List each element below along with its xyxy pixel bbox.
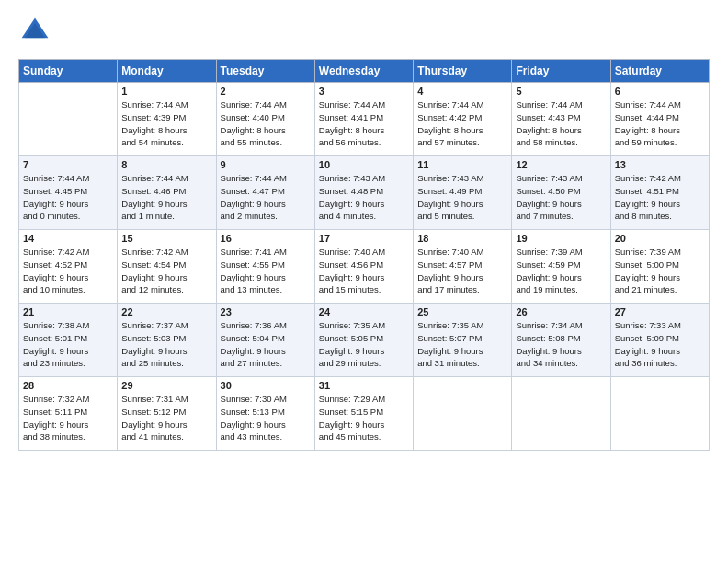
day-info-line: Daylight: 9 hours <box>221 419 311 431</box>
day-info-line: Sunset: 4:47 PM <box>221 185 311 198</box>
day-info-line: Daylight: 9 hours <box>121 271 211 284</box>
calendar-cell: 22Sunrise: 7:37 AMSunset: 5:03 PMDayligh… <box>118 304 216 377</box>
day-info-line: Sunrise: 7:33 AM <box>615 319 705 332</box>
day-info-line: Sunset: 4:42 PM <box>417 111 507 124</box>
day-info-line: Daylight: 9 hours <box>516 345 606 358</box>
day-info: Sunrise: 7:43 AMSunset: 4:49 PMDaylight:… <box>417 172 507 223</box>
page-container: SundayMondayTuesdayWednesdayThursdayFrid… <box>0 0 728 460</box>
day-number: 16 <box>221 233 311 244</box>
day-info-line: Daylight: 9 hours <box>23 419 113 431</box>
day-info-line: and 41 minutes. <box>121 431 211 443</box>
day-info-line: Sunset: 4:39 PM <box>121 111 211 124</box>
day-info: Sunrise: 7:29 AMSunset: 5:15 PMDaylight:… <box>319 393 409 443</box>
day-info-line: Sunrise: 7:42 AM <box>23 246 113 259</box>
calendar-cell: 2Sunrise: 7:44 AMSunset: 4:40 PMDaylight… <box>216 83 314 156</box>
week-row-5: 28Sunrise: 7:32 AMSunset: 5:11 PMDayligh… <box>19 377 710 451</box>
calendar-cell <box>19 83 118 156</box>
calendar-cell: 31Sunrise: 7:29 AMSunset: 5:15 PMDayligh… <box>314 377 413 451</box>
calendar-cell: 24Sunrise: 7:35 AMSunset: 5:05 PMDayligh… <box>314 304 413 377</box>
day-info: Sunrise: 7:39 AMSunset: 5:00 PMDaylight:… <box>615 246 705 296</box>
day-info-line: and 59 minutes. <box>615 136 705 149</box>
day-info: Sunrise: 7:44 AMSunset: 4:39 PMDaylight:… <box>121 98 211 149</box>
day-info-line: and 8 minutes. <box>615 210 705 223</box>
day-info-line: and 29 minutes. <box>319 357 409 370</box>
day-info-line: Daylight: 8 hours <box>516 124 606 137</box>
day-number: 9 <box>221 159 311 170</box>
week-row-1: 1Sunrise: 7:44 AMSunset: 4:39 PMDaylight… <box>19 83 710 156</box>
day-info-line: Daylight: 9 hours <box>319 419 409 431</box>
day-info: Sunrise: 7:36 AMSunset: 5:04 PMDaylight:… <box>221 319 311 370</box>
day-info-line: Sunset: 5:00 PM <box>615 259 705 271</box>
day-info-line: Sunset: 4:45 PM <box>23 185 113 198</box>
header-row: SundayMondayTuesdayWednesdayThursdayFrid… <box>19 60 710 83</box>
day-info: Sunrise: 7:33 AMSunset: 5:09 PMDaylight:… <box>615 319 705 370</box>
calendar-cell: 28Sunrise: 7:32 AMSunset: 5:11 PMDayligh… <box>19 377 118 451</box>
day-info-line: Daylight: 9 hours <box>23 198 113 211</box>
day-info-line: and 0 minutes. <box>23 210 113 223</box>
day-info-line: Sunset: 4:52 PM <box>23 259 113 271</box>
day-info-line: Daylight: 9 hours <box>23 271 113 284</box>
col-header-tuesday: Tuesday <box>216 60 314 83</box>
day-info-line: Sunrise: 7:35 AM <box>417 319 507 332</box>
day-info-line: Sunrise: 7:44 AM <box>417 98 507 111</box>
day-number: 4 <box>417 86 507 97</box>
week-row-2: 7Sunrise: 7:44 AMSunset: 4:45 PMDaylight… <box>19 156 710 230</box>
day-info-line: Daylight: 9 hours <box>615 345 705 358</box>
day-info: Sunrise: 7:44 AMSunset: 4:42 PMDaylight:… <box>417 98 507 149</box>
day-number: 20 <box>615 233 705 244</box>
day-number: 2 <box>221 86 311 97</box>
day-info-line: Daylight: 9 hours <box>221 198 311 211</box>
day-info-line: Sunrise: 7:42 AM <box>121 246 211 259</box>
day-number: 17 <box>319 233 409 244</box>
day-info-line: Daylight: 9 hours <box>516 198 606 211</box>
calendar-table: SundayMondayTuesdayWednesdayThursdayFrid… <box>18 59 710 451</box>
calendar-cell: 15Sunrise: 7:42 AMSunset: 4:54 PMDayligh… <box>118 230 216 304</box>
day-info-line: Sunrise: 7:35 AM <box>319 319 409 332</box>
day-info: Sunrise: 7:43 AMSunset: 4:48 PMDaylight:… <box>319 172 409 223</box>
calendar-cell: 21Sunrise: 7:38 AMSunset: 5:01 PMDayligh… <box>19 304 118 377</box>
col-header-friday: Friday <box>512 60 610 83</box>
day-info-line: and 12 minutes. <box>121 283 211 296</box>
day-info-line: and 27 minutes. <box>221 357 311 370</box>
day-info-line: Sunrise: 7:36 AM <box>221 319 311 332</box>
calendar-cell: 9Sunrise: 7:44 AMSunset: 4:47 PMDaylight… <box>216 156 314 230</box>
day-info-line: Daylight: 9 hours <box>121 419 211 431</box>
calendar-cell <box>610 377 709 451</box>
col-header-thursday: Thursday <box>414 60 512 83</box>
calendar-cell <box>512 377 610 451</box>
day-info-line: Daylight: 9 hours <box>516 271 606 284</box>
day-info: Sunrise: 7:43 AMSunset: 4:50 PMDaylight:… <box>516 172 606 223</box>
day-info-line: and 43 minutes. <box>221 431 311 443</box>
day-info-line: and 1 minute. <box>121 210 211 223</box>
day-number: 26 <box>516 306 606 317</box>
day-info-line: Sunrise: 7:39 AM <box>516 246 606 259</box>
day-info-line: Daylight: 8 hours <box>319 124 409 137</box>
day-number: 19 <box>516 233 606 244</box>
calendar-cell: 17Sunrise: 7:40 AMSunset: 4:56 PMDayligh… <box>314 230 413 304</box>
day-info-line: Sunrise: 7:44 AM <box>23 172 113 185</box>
day-info-line: Sunrise: 7:29 AM <box>319 393 409 406</box>
day-info-line: Daylight: 9 hours <box>615 271 705 284</box>
calendar-cell: 12Sunrise: 7:43 AMSunset: 4:50 PMDayligh… <box>512 156 610 230</box>
day-info-line: Sunrise: 7:44 AM <box>121 98 211 111</box>
col-header-sunday: Sunday <box>19 60 118 83</box>
day-info-line: and 56 minutes. <box>319 136 409 149</box>
day-info-line: and 23 minutes. <box>23 357 113 370</box>
day-info-line: Sunrise: 7:43 AM <box>417 172 507 185</box>
day-info-line: Sunrise: 7:44 AM <box>221 172 311 185</box>
day-info-line: and 10 minutes. <box>23 283 113 296</box>
day-info-line: Sunset: 5:09 PM <box>615 332 705 345</box>
day-info-line: and 36 minutes. <box>615 357 705 370</box>
day-info-line: and 25 minutes. <box>121 357 211 370</box>
calendar-cell: 18Sunrise: 7:40 AMSunset: 4:57 PMDayligh… <box>414 230 512 304</box>
day-info-line: and 54 minutes. <box>121 136 211 149</box>
day-info-line: Daylight: 9 hours <box>319 271 409 284</box>
calendar-cell: 20Sunrise: 7:39 AMSunset: 5:00 PMDayligh… <box>610 230 709 304</box>
day-number: 27 <box>615 306 705 317</box>
calendar-cell: 10Sunrise: 7:43 AMSunset: 4:48 PMDayligh… <box>314 156 413 230</box>
page-header <box>18 15 710 48</box>
day-number: 13 <box>615 159 705 170</box>
calendar-cell: 16Sunrise: 7:41 AMSunset: 4:55 PMDayligh… <box>216 230 314 304</box>
day-info-line: Sunrise: 7:41 AM <box>221 246 311 259</box>
day-info-line: Daylight: 9 hours <box>221 345 311 358</box>
